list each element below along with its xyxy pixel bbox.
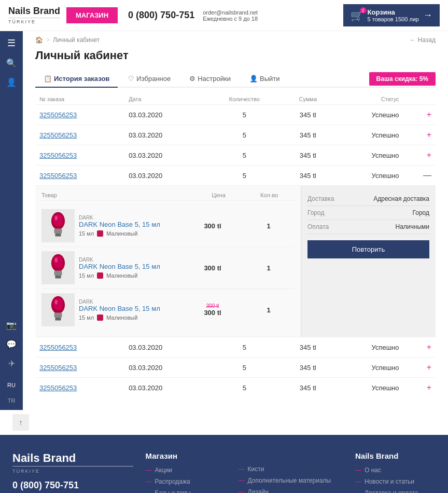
- svg-point-12: [54, 299, 58, 304]
- svg-point-2: [54, 215, 58, 220]
- expand-row-button[interactable]: +: [427, 363, 431, 372]
- footer: Nails Brand TÜRKIYE 0 (800) 750-751 orde…: [0, 435, 448, 493]
- product-name-link[interactable]: DARK Neon Base 5, 15 мл: [79, 221, 183, 228]
- footer-brand-col-title: Nails Brand: [355, 451, 436, 460]
- expand-row-button[interactable]: +: [427, 130, 431, 140]
- list-item: DARK DARK Neon Base 5, 15 мл 15 мл Малин…: [41, 289, 295, 331]
- tab-settings-label: Настройки: [198, 75, 231, 83]
- products-section: Товар Цена Кол-во: [35, 186, 301, 337]
- expand-row-button[interactable]: +: [427, 343, 431, 352]
- product-price: 300 tl: [187, 264, 239, 272]
- breadcrumb: 🏠 > Личный кабинет ← Назад: [35, 31, 436, 49]
- products-header: Товар Цена Кол-во: [41, 192, 295, 201]
- delivery-row: Доставка Адресная доставка: [307, 192, 429, 206]
- footer-link[interactable]: —Кисти: [239, 465, 343, 473]
- product-name-link[interactable]: DARK Neon Base 5, 15 мл: [79, 263, 183, 270]
- tab-logout[interactable]: 👤 Выйти: [241, 71, 288, 87]
- footer-link[interactable]: —Дополнительные материалы: [239, 477, 343, 484]
- footer-link[interactable]: —Распродажа: [146, 478, 226, 485]
- cart-badge: 2: [360, 7, 367, 13]
- footer-top: Nails Brand TÜRKIYE 0 (800) 750-751 orde…: [12, 451, 436, 493]
- header-cart[interactable]: 🛒 2 Корзина 5 товаров 1500 лир →: [343, 4, 440, 26]
- lang-tr[interactable]: TR: [8, 398, 16, 404]
- product-qty: 1: [243, 306, 295, 314]
- delivery-section: Доставка Адресная доставка Город Город О…: [301, 186, 436, 337]
- delivery-row: Оплата Наличными: [307, 220, 429, 234]
- repeat-order-button[interactable]: Повторить: [307, 240, 429, 258]
- svg-point-11: [53, 298, 63, 310]
- footer-brand-col: Nails Brand TÜRKIYE 0 (800) 750-751 orde…: [12, 451, 133, 493]
- breadcrumb-back[interactable]: ← Назад: [410, 36, 436, 44]
- footer-shop-col2: —Кисти —Дополнительные материалы —Дизайн…: [239, 451, 343, 493]
- product-info: DARK DARK Neon Base 5, 15 мл 15 мл Малин…: [79, 299, 183, 321]
- tab-logout-label: Выйти: [260, 75, 280, 83]
- tab-favorites[interactable]: ♡ Избранное: [120, 71, 179, 87]
- sidebar-user-icon[interactable]: 👤: [6, 77, 17, 87]
- svg-rect-14: [55, 318, 61, 321]
- cart-summary: 5 товаров 1500 лир: [368, 16, 419, 22]
- sidebar-telegram-icon[interactable]: ✈: [8, 359, 15, 368]
- scroll-top-button[interactable]: ↑: [12, 414, 29, 431]
- tab-history-icon: 📋: [44, 75, 52, 83]
- product-color-swatch: [97, 314, 103, 321]
- table-row: 3255056253 03.03.2020 5 345 tl Успешно —: [35, 166, 436, 186]
- sidebar-menu-icon[interactable]: ☰: [7, 37, 16, 49]
- expand-row-button[interactable]: +: [427, 110, 431, 119]
- footer-link[interactable]: —Дизайн: [239, 488, 343, 493]
- order-number[interactable]: 3255056253: [39, 152, 77, 159]
- lang-ru[interactable]: RU: [7, 382, 16, 388]
- product-name-link[interactable]: DARK Neon Base 5, 15 мл: [79, 305, 183, 312]
- table-row: 3255056253 03.03.2020 5 345 tl Успешно +: [35, 358, 436, 378]
- tabs-bar: 📋 История заказов ♡ Избранное ⚙ Настройк…: [35, 71, 436, 88]
- order-number[interactable]: 3255056253: [39, 111, 77, 119]
- svg-point-1: [53, 214, 63, 226]
- product-image: [41, 209, 75, 242]
- tab-history[interactable]: 📋 История заказов: [35, 71, 118, 88]
- breadcrumb-home-icon[interactable]: 🏠: [35, 36, 43, 44]
- order-number[interactable]: 3255056253: [39, 384, 77, 392]
- expand-row-button[interactable]: +: [427, 383, 431, 392]
- product-price: 300 tl 300 tl: [187, 303, 239, 317]
- tab-favorites-icon: ♡: [128, 75, 134, 83]
- product-price: 300 tl: [187, 222, 239, 230]
- product-image: [41, 293, 75, 326]
- svg-rect-9: [55, 276, 61, 279]
- collapse-row-button[interactable]: —: [423, 171, 431, 180]
- footer-link[interactable]: —Базы и топы: [146, 489, 226, 493]
- product-info: DARK DARK Neon Base 5, 15 мл 15 мл Малин…: [79, 215, 183, 237]
- expanded-order-row: Товар Цена Кол-во: [35, 186, 436, 337]
- footer-logo: Nails Brand TÜRKIYE: [12, 451, 133, 474]
- sidebar-whatsapp-icon[interactable]: 💬: [6, 339, 17, 349]
- product-image: [41, 251, 75, 284]
- expanded-order-content: Товар Цена Кол-во: [35, 186, 436, 337]
- footer-link[interactable]: —Доставка и оплата: [355, 489, 436, 493]
- order-number[interactable]: 3255056253: [39, 364, 77, 372]
- tab-settings[interactable]: ⚙ Настройки: [181, 71, 239, 87]
- discount-button[interactable]: Ваша скидка: 5%: [369, 72, 436, 86]
- cart-title: Корзина: [368, 8, 419, 16]
- breadcrumb-sep: >: [46, 36, 50, 44]
- sidebar-search-icon[interactable]: 🔍: [6, 58, 17, 68]
- product-info: DARK DARK Neon Base 5, 15 мл 15 мл Малин…: [79, 257, 183, 279]
- tab-favorites-label: Избранное: [136, 75, 171, 83]
- page-title: Личный кабинет: [35, 49, 436, 62]
- sidebar-instagram-icon[interactable]: 📷: [6, 320, 17, 330]
- svg-point-7: [54, 257, 58, 262]
- tab-logout-icon: 👤: [249, 75, 258, 83]
- svg-rect-3: [54, 229, 62, 234]
- footer-brand-links-col: Nails Brand —О нас —Новости и статьи —До…: [355, 451, 436, 493]
- layout: ☰ 🔍 👤 📷 💬 ✈ RU TR 🏠 > Личный кабинет ← Н…: [0, 31, 448, 410]
- footer-link[interactable]: —О нас: [355, 467, 436, 474]
- footer-link[interactable]: —Акции: [146, 467, 226, 474]
- col-order-num: № заказа: [35, 94, 124, 105]
- order-number[interactable]: 3255056253: [39, 172, 77, 180]
- footer-link[interactable]: —Новости и статьи: [355, 478, 436, 485]
- shop-button[interactable]: МАГАЗИН: [66, 7, 118, 23]
- expand-row-button[interactable]: +: [427, 150, 431, 160]
- orders-table: № заказа Дата Количество Сумма Статус 32…: [35, 94, 436, 398]
- footer-shop-title: Магазин: [146, 451, 226, 460]
- breadcrumb-current: Личный кабинет: [53, 36, 100, 44]
- order-number[interactable]: 3255056253: [39, 344, 77, 351]
- table-row: 3255056253 03.03.2020 5 345 tl Успешно +: [35, 145, 436, 166]
- order-number[interactable]: 3255056253: [39, 131, 77, 139]
